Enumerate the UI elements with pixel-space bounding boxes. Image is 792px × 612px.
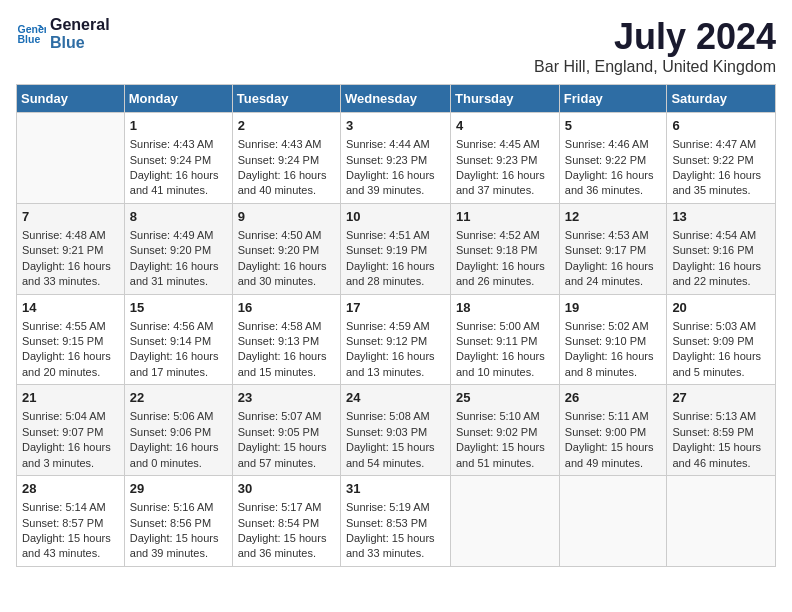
calendar-cell: 6Sunrise: 4:47 AMSunset: 9:22 PMDaylight… <box>667 113 776 204</box>
calendar-cell: 28Sunrise: 5:14 AMSunset: 8:57 PMDayligh… <box>17 476 125 567</box>
calendar-week-2: 7Sunrise: 4:48 AMSunset: 9:21 PMDaylight… <box>17 203 776 294</box>
day-content: and 22 minutes. <box>672 274 770 289</box>
day-content: Sunrise: 5:07 AM <box>238 409 335 424</box>
day-content: and 57 minutes. <box>238 456 335 471</box>
header: General Blue General Blue July 2024 Bar … <box>16 16 776 76</box>
calendar-cell: 12Sunrise: 4:53 AMSunset: 9:17 PMDayligh… <box>559 203 667 294</box>
calendar-cell <box>451 476 560 567</box>
day-content: Sunset: 9:18 PM <box>456 243 554 258</box>
month-title: July 2024 <box>534 16 776 58</box>
calendar-cell: 27Sunrise: 5:13 AMSunset: 8:59 PMDayligh… <box>667 385 776 476</box>
day-content: and 39 minutes. <box>130 546 227 561</box>
calendar-cell: 15Sunrise: 4:56 AMSunset: 9:14 PMDayligh… <box>124 294 232 385</box>
day-content: Sunset: 9:24 PM <box>130 153 227 168</box>
day-content: Daylight: 16 hours <box>238 168 335 183</box>
day-content: Daylight: 16 hours <box>22 440 119 455</box>
day-content: and 49 minutes. <box>565 456 662 471</box>
day-content: Daylight: 16 hours <box>456 259 554 274</box>
day-content: Sunrise: 4:45 AM <box>456 137 554 152</box>
day-number: 6 <box>672 117 770 135</box>
header-thursday: Thursday <box>451 85 560 113</box>
day-content: Sunrise: 5:16 AM <box>130 500 227 515</box>
day-content: Sunrise: 4:44 AM <box>346 137 445 152</box>
day-content: Daylight: 15 hours <box>130 531 227 546</box>
day-content: and 28 minutes. <box>346 274 445 289</box>
day-content: Sunset: 9:02 PM <box>456 425 554 440</box>
day-content: Sunrise: 4:49 AM <box>130 228 227 243</box>
day-content: and 40 minutes. <box>238 183 335 198</box>
day-content: Daylight: 16 hours <box>672 259 770 274</box>
day-content: Daylight: 15 hours <box>238 440 335 455</box>
day-number: 18 <box>456 299 554 317</box>
calendar-cell: 20Sunrise: 5:03 AMSunset: 9:09 PMDayligh… <box>667 294 776 385</box>
header-wednesday: Wednesday <box>340 85 450 113</box>
day-content: Sunrise: 5:08 AM <box>346 409 445 424</box>
day-content: and 46 minutes. <box>672 456 770 471</box>
calendar-cell: 16Sunrise: 4:58 AMSunset: 9:13 PMDayligh… <box>232 294 340 385</box>
logo: General Blue General Blue <box>16 16 110 52</box>
day-content: Daylight: 16 hours <box>346 349 445 364</box>
day-content: Sunrise: 4:43 AM <box>130 137 227 152</box>
day-content: Daylight: 16 hours <box>672 349 770 364</box>
day-content: Daylight: 15 hours <box>672 440 770 455</box>
day-content: Daylight: 16 hours <box>22 259 119 274</box>
day-content: Sunset: 9:23 PM <box>346 153 445 168</box>
calendar-cell <box>559 476 667 567</box>
day-number: 19 <box>565 299 662 317</box>
day-number: 22 <box>130 389 227 407</box>
day-content: Daylight: 16 hours <box>130 349 227 364</box>
day-number: 30 <box>238 480 335 498</box>
day-number: 3 <box>346 117 445 135</box>
title-area: July 2024 Bar Hill, England, United King… <box>534 16 776 76</box>
calendar-cell: 23Sunrise: 5:07 AMSunset: 9:05 PMDayligh… <box>232 385 340 476</box>
calendar-cell: 25Sunrise: 5:10 AMSunset: 9:02 PMDayligh… <box>451 385 560 476</box>
day-number: 13 <box>672 208 770 226</box>
day-number: 14 <box>22 299 119 317</box>
day-content: Daylight: 16 hours <box>238 259 335 274</box>
day-content: Sunrise: 4:53 AM <box>565 228 662 243</box>
calendar-cell: 3Sunrise: 4:44 AMSunset: 9:23 PMDaylight… <box>340 113 450 204</box>
day-number: 28 <box>22 480 119 498</box>
day-content: and 17 minutes. <box>130 365 227 380</box>
day-content: Sunrise: 4:56 AM <box>130 319 227 334</box>
day-content: Sunrise: 4:47 AM <box>672 137 770 152</box>
day-content: and 30 minutes. <box>238 274 335 289</box>
day-number: 26 <box>565 389 662 407</box>
calendar-week-1: 1Sunrise: 4:43 AMSunset: 9:24 PMDaylight… <box>17 113 776 204</box>
day-content: and 31 minutes. <box>130 274 227 289</box>
day-content: Sunrise: 5:10 AM <box>456 409 554 424</box>
location-title: Bar Hill, England, United Kingdom <box>534 58 776 76</box>
day-content: and 51 minutes. <box>456 456 554 471</box>
day-content: and 41 minutes. <box>130 183 227 198</box>
logo-line2: Blue <box>50 34 110 52</box>
calendar-cell: 21Sunrise: 5:04 AMSunset: 9:07 PMDayligh… <box>17 385 125 476</box>
day-content: Sunrise: 4:59 AM <box>346 319 445 334</box>
calendar-cell: 17Sunrise: 4:59 AMSunset: 9:12 PMDayligh… <box>340 294 450 385</box>
calendar-cell: 8Sunrise: 4:49 AMSunset: 9:20 PMDaylight… <box>124 203 232 294</box>
header-saturday: Saturday <box>667 85 776 113</box>
day-content: and 37 minutes. <box>456 183 554 198</box>
calendar-cell: 1Sunrise: 4:43 AMSunset: 9:24 PMDaylight… <box>124 113 232 204</box>
day-content: Daylight: 16 hours <box>456 168 554 183</box>
day-content: Sunrise: 4:55 AM <box>22 319 119 334</box>
day-content: Sunrise: 5:03 AM <box>672 319 770 334</box>
day-content: Sunset: 9:20 PM <box>130 243 227 258</box>
day-content: Sunset: 8:57 PM <box>22 516 119 531</box>
day-content: and 36 minutes. <box>565 183 662 198</box>
logo-line1: General <box>50 16 110 34</box>
calendar-cell: 5Sunrise: 4:46 AMSunset: 9:22 PMDaylight… <box>559 113 667 204</box>
day-content: and 39 minutes. <box>346 183 445 198</box>
day-content: Sunrise: 4:51 AM <box>346 228 445 243</box>
day-number: 5 <box>565 117 662 135</box>
day-number: 21 <box>22 389 119 407</box>
day-number: 23 <box>238 389 335 407</box>
day-content: Sunrise: 5:13 AM <box>672 409 770 424</box>
day-content: and 0 minutes. <box>130 456 227 471</box>
header-monday: Monday <box>124 85 232 113</box>
day-content: Sunset: 8:59 PM <box>672 425 770 440</box>
header-sunday: Sunday <box>17 85 125 113</box>
calendar-cell: 19Sunrise: 5:02 AMSunset: 9:10 PMDayligh… <box>559 294 667 385</box>
day-content: Sunset: 9:14 PM <box>130 334 227 349</box>
day-content: and 15 minutes. <box>238 365 335 380</box>
day-content: Sunrise: 5:06 AM <box>130 409 227 424</box>
